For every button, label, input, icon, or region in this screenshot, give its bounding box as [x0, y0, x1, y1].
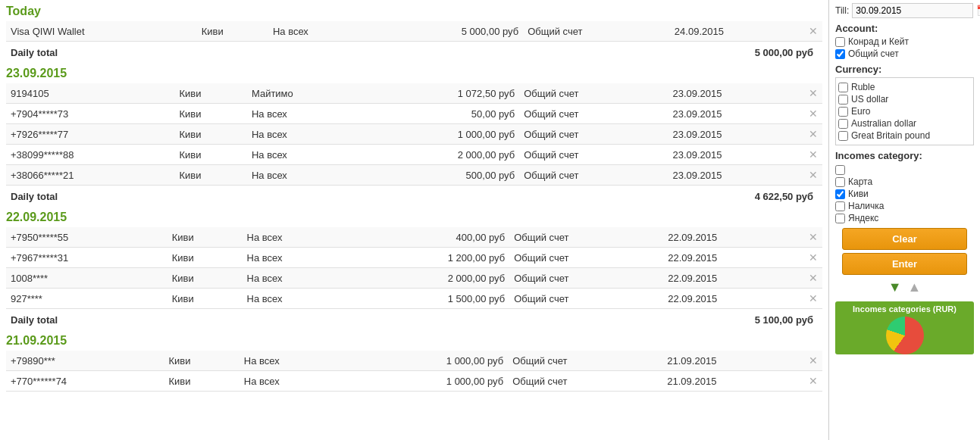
account-checkbox[interactable] [835, 37, 845, 47]
transaction-recipient: На всех [243, 248, 350, 268]
delete-button[interactable]: ✕ [804, 371, 822, 392]
income-category-row: Яндекс [835, 213, 974, 223]
transaction-date: 23.09.2015 [668, 145, 804, 165]
transaction-amount: 50,00 руб [365, 104, 520, 124]
transaction-recipient: На всех [247, 124, 365, 145]
transaction-amount: 1 000,00 руб [348, 371, 509, 392]
account-checkbox[interactable] [835, 49, 845, 59]
transaction-account: Общий счет [519, 83, 668, 104]
daily-total-row: Daily total 5 100,00 руб [6, 310, 822, 329]
transaction-amount: 2 000,00 руб [365, 145, 520, 165]
income-category-checkbox[interactable] [835, 165, 845, 175]
calendar-icon[interactable]: 📅 [976, 5, 980, 17]
table-row: +79890*** Киви На всех 1 000,00 руб Общи… [6, 351, 822, 371]
currency-row: Great Britain pound [838, 130, 971, 141]
table-row: 1008**** Киви На всех 2 000,00 руб Общий… [6, 268, 822, 289]
daily-total-label: Daily total [11, 314, 727, 326]
transaction-date: 22.09.2015 [663, 268, 804, 289]
transaction-amount: 500,00 руб [365, 165, 520, 186]
currency-row: Euro [838, 106, 971, 117]
transaction-id: +79890*** [6, 351, 164, 371]
transaction-category: Киви [174, 83, 247, 104]
currency-checkbox[interactable] [838, 95, 848, 105]
delete-button[interactable]: ✕ [804, 21, 822, 42]
transaction-account: Общий счет [519, 124, 668, 145]
transaction-account: Общий счет [509, 268, 663, 289]
account-label-text: Общий счет [848, 48, 899, 59]
incomes-category-label: Incomes category: [835, 150, 974, 161]
transaction-category: Киви [197, 21, 268, 42]
clear-button[interactable]: Clear [842, 228, 967, 250]
transaction-account: Общий счет [519, 104, 668, 124]
transaction-category: Киви [164, 371, 240, 392]
delete-button[interactable]: ✕ [804, 289, 822, 309]
transaction-id: +7926*****77 [6, 124, 174, 145]
transaction-amount: 400,00 руб [350, 227, 510, 248]
currency-checkbox[interactable] [838, 107, 848, 117]
income-category-label: Карта [848, 176, 872, 187]
transaction-category: Киви [164, 351, 240, 371]
currency-checkbox[interactable] [838, 119, 848, 129]
transaction-date: 24.09.2015 [670, 21, 804, 42]
daily-total-row: Daily total 5 000,00 руб [6, 43, 822, 62]
delete-button[interactable]: ✕ [804, 268, 822, 289]
transaction-account: Общий счет [519, 165, 668, 186]
delete-button[interactable]: ✕ [804, 83, 822, 104]
transaction-account: Общий счет [508, 371, 662, 392]
income-category-checkbox[interactable] [835, 189, 845, 199]
delete-button[interactable]: ✕ [804, 227, 822, 248]
transaction-recipient: На всех [247, 145, 365, 165]
table-row: +770******74 Киви На всех 1 000,00 руб О… [6, 371, 822, 392]
transaction-date: 23.09.2015 [668, 124, 804, 145]
delete-button[interactable]: ✕ [804, 124, 822, 145]
currency-label-text: Great Britain pound [851, 130, 930, 141]
transaction-table: +7950*****55 Киви На всех 400,00 руб Общ… [6, 227, 822, 309]
income-category-label: Киви [848, 189, 869, 199]
transaction-account: Общий счет [509, 289, 663, 309]
account-label-text: Конрад и Кейт [848, 36, 909, 47]
filter-icon[interactable]: ▼ [888, 279, 902, 295]
delete-button[interactable]: ✕ [804, 165, 822, 186]
income-category-checkbox[interactable] [835, 201, 845, 211]
transaction-account: Общий счет [509, 248, 663, 268]
incomes-categories-container: Карта Киви Наличка Яндекс [835, 164, 974, 225]
table-row: 927**** Киви На всех 1 500,00 руб Общий … [6, 289, 822, 309]
transaction-recipient: На всех [243, 227, 350, 248]
account-label: Account: [835, 23, 974, 34]
transaction-account: Общий счет [523, 21, 670, 42]
transaction-recipient: На всех [247, 104, 365, 124]
delete-button[interactable]: ✕ [804, 145, 822, 165]
currency-checkbox[interactable] [838, 83, 848, 92]
enter-button[interactable]: Enter [842, 253, 967, 275]
transaction-category: Киви [168, 289, 243, 309]
transaction-category: Киви [168, 268, 243, 289]
daily-total-label: Daily total [11, 191, 727, 202]
delete-button[interactable]: ✕ [804, 104, 822, 124]
currency-label-text: Euro [851, 106, 870, 117]
daily-total-label: Daily total [11, 47, 727, 58]
transaction-amount: 1 200,00 руб [350, 248, 510, 268]
transaction-amount: 1 000,00 руб [348, 351, 509, 371]
sidebar: Till: 📅 Account: Конрад и Кейт Общий сче… [828, 0, 980, 440]
currency-checkbox[interactable] [838, 131, 848, 141]
table-row: +38066*****21 Киви На всех 500,00 руб Об… [6, 165, 822, 186]
transaction-amount: 2 000,00 руб [350, 268, 510, 289]
chart-circle [886, 317, 924, 354]
up-icon[interactable]: ▲ [908, 279, 922, 295]
transaction-account: Общий счет [508, 351, 662, 371]
income-category-checkbox[interactable] [835, 214, 845, 223]
income-category-label: Яндекс [848, 213, 878, 223]
transaction-table: Visa QIWI Wallet Киви На всех 5 000,00 р… [6, 21, 822, 42]
transaction-date: 22.09.2015 [663, 289, 804, 309]
delete-button[interactable]: ✕ [804, 351, 822, 371]
income-category-label: Наличка [848, 201, 884, 211]
currency-label-text: US dollar [851, 94, 888, 105]
table-row: +7950*****55 Киви На всех 400,00 руб Общ… [6, 227, 822, 248]
income-category-checkbox[interactable] [835, 177, 845, 187]
transaction-date: 23.09.2015 [668, 83, 804, 104]
delete-button[interactable]: ✕ [804, 248, 822, 268]
till-date-input[interactable] [852, 3, 973, 18]
transaction-id: 9194105 [6, 83, 174, 104]
transaction-amount: 1 000,00 руб [365, 124, 520, 145]
transaction-recipient: На всех [240, 371, 348, 392]
